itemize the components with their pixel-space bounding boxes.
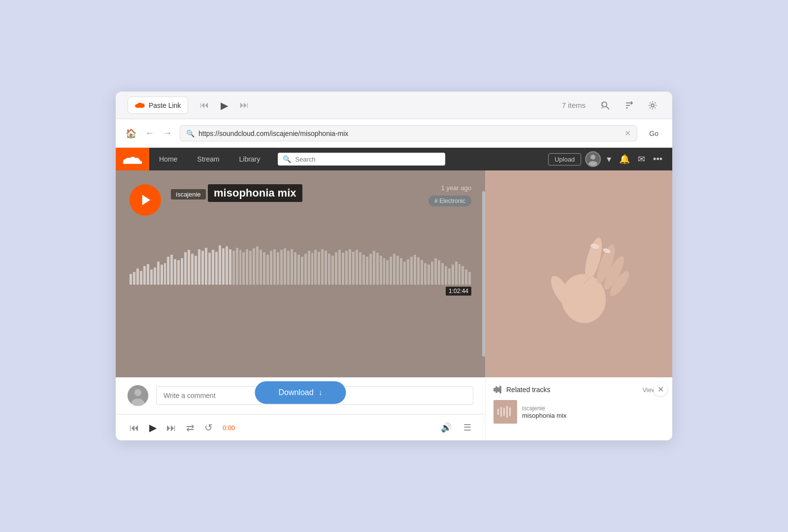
waveform-bar[interactable] [177,260,180,285]
waveform-bar[interactable] [294,252,296,285]
sc-search-input[interactable] [295,156,440,163]
waveform-bar[interactable] [157,262,160,285]
waveform-bar[interactable] [226,246,228,285]
waveform-bar[interactable] [174,259,176,285]
search-list-button[interactable] [597,98,613,113]
waveform-bar[interactable] [198,249,200,285]
waveform-bar[interactable] [249,251,252,285]
waveform-bar[interactable] [383,258,386,285]
waveform-area[interactable]: 1:02:44 [130,245,471,285]
close-related-button[interactable]: ✕ [654,382,667,396]
waveform-bar[interactable] [291,249,293,285]
waveform-bar[interactable] [170,255,173,285]
waveform-bar[interactable] [311,253,314,285]
waveform-bar[interactable] [222,248,225,285]
waveform-bar[interactable] [181,258,183,285]
player-skip-back[interactable]: ⏮ [128,420,141,435]
waveform-bar[interactable] [260,250,262,285]
waveform-bar[interactable] [359,252,361,285]
player-skip-forward[interactable]: ⏭ [164,420,178,435]
waveform-bar[interactable] [356,250,358,285]
waveform-bar[interactable] [331,256,334,285]
waveform-bar[interactable] [386,260,389,285]
waveform-bar[interactable] [212,250,214,285]
waveform-bar[interactable] [461,266,464,285]
waveform-bar[interactable] [150,269,153,285]
download-button[interactable]: Download ↓ [255,381,346,404]
waveform-bar[interactable] [219,245,221,285]
waveform-bar[interactable] [232,251,235,285]
waveform-bar[interactable] [130,274,132,285]
waveform-bar[interactable] [314,250,317,285]
waveform-bar[interactable] [445,266,447,285]
waveform-bar[interactable] [468,272,471,285]
waveform-bar[interactable] [184,252,187,285]
waveform-bar[interactable] [396,256,399,285]
waveform-bar[interactable] [195,256,197,285]
soundcloud-logo[interactable] [116,148,149,170]
skip-back-button[interactable]: ⏮ [196,98,213,112]
messages-button[interactable]: ✉ [636,152,647,166]
waveform-bar[interactable] [393,254,395,285]
nav-stream[interactable]: Stream [187,148,229,170]
waveform-bar[interactable] [287,251,290,285]
waveform-bar[interactable] [136,268,139,285]
playlist-button[interactable]: ☰ [461,420,473,435]
waveform-bar[interactable] [441,263,444,285]
waveform-bar[interactable] [154,267,156,285]
waveform-bar[interactable] [376,253,379,285]
waveform-bar[interactable] [205,248,207,285]
waveform-bar[interactable] [373,251,375,285]
waveform-bar[interactable] [304,254,307,285]
waveform-bar[interactable] [266,255,269,285]
player-shuffle[interactable]: ⇄ [184,420,197,435]
waveform[interactable] [130,245,471,285]
waveform-bar[interactable] [297,255,300,285]
waveform-bar[interactable] [167,257,169,285]
waveform-bar[interactable] [208,253,211,285]
waveform-bar[interactable] [407,259,409,285]
waveform-bar[interactable] [188,250,190,285]
waveform-bar[interactable] [400,258,402,285]
scrollbar[interactable] [482,191,485,357]
forward-button[interactable]: → [161,126,174,140]
waveform-bar[interactable] [164,263,166,285]
nav-library[interactable]: Library [229,148,270,170]
notifications-button[interactable]: 🔔 [617,152,632,166]
waveform-bar[interactable] [403,262,406,285]
player-volume[interactable]: 🔊 [439,420,454,435]
waveform-bar[interactable] [140,271,142,285]
nav-home[interactable]: Home [149,148,187,170]
dropdown-chevron-button[interactable]: ▾ [605,152,613,166]
waveform-bar[interactable] [352,252,355,285]
waveform-bar[interactable] [280,250,283,285]
waveform-bar[interactable] [236,248,238,285]
waveform-bar[interactable] [239,250,242,285]
waveform-bar[interactable] [424,263,427,285]
waveform-bar[interactable] [448,268,451,285]
waveform-bar[interactable] [434,258,437,285]
paste-link-button[interactable]: Paste Link [128,97,188,114]
settings-button[interactable] [645,98,660,113]
track-play-button[interactable] [130,184,161,216]
waveform-bar[interactable] [273,249,276,285]
waveform-bar[interactable] [301,257,303,285]
waveform-bar[interactable] [143,266,146,285]
waveform-bar[interactable] [147,264,149,285]
waveform-bar[interactable] [362,255,365,285]
waveform-bar[interactable] [431,262,433,285]
more-button[interactable]: ••• [651,152,664,166]
player-repeat[interactable]: ↺ [202,420,215,435]
waveform-bar[interactable] [349,249,351,285]
waveform-bar[interactable] [318,252,320,285]
waveform-bar[interactable] [321,249,324,285]
home-button[interactable]: 🏠 [124,126,138,141]
waveform-bar[interactable] [465,269,467,285]
waveform-bar[interactable] [328,254,330,285]
waveform-bar[interactable] [242,252,245,285]
waveform-bar[interactable] [380,256,382,285]
waveform-bar[interactable] [421,260,423,285]
skip-forward-button[interactable]: ⏭ [236,98,253,112]
waveform-bar[interactable] [417,257,420,285]
waveform-bar[interactable] [246,249,248,285]
